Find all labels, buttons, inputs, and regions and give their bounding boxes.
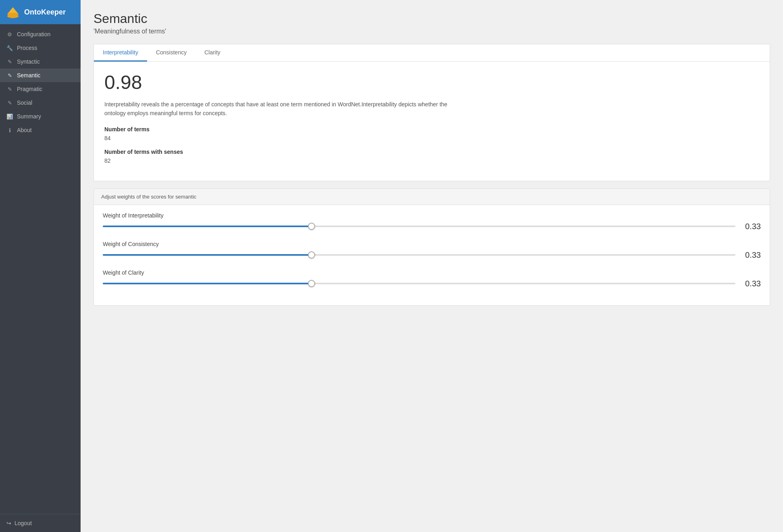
stat-label-0: Number of terms [104,126,759,132]
tab-interpretability[interactable]: Interpretability [94,44,147,62]
weight-item-consistency: Weight of Consistency 0.33 [103,241,761,260]
slider-track-clarity [103,283,735,284]
semantic-icon: ✎ [6,72,13,79]
weight-label-interpretability: Weight of Interpretability [103,212,761,219]
svg-point-2 [7,13,19,16]
sidebar-item-label-summary: Summary [17,113,41,120]
weight-value-consistency: 0.33 [743,250,761,260]
weight-value-interpretability: 0.33 [743,222,761,231]
sidebar-item-configuration[interactable]: ⚙ Configuration [0,27,81,41]
tabs-header: Interpretability Consistency Clarity [94,44,770,62]
weight-label-clarity: Weight of Clarity [103,269,761,276]
social-icon: ✎ [6,99,13,106]
sidebar-item-label-syntactic: Syntactic [17,58,40,65]
score-display: 0.98 [104,71,759,93]
sidebar-item-label-semantic: Semantic [17,72,40,79]
sidebar-item-semantic[interactable]: ✎ Semantic [0,68,81,82]
stat-value-1: 82 [104,157,759,164]
score-description: Interpretability reveals the a percentag… [104,100,467,118]
weight-label-consistency: Weight of Consistency [103,241,761,247]
stat-value-0: 84 [104,135,759,141]
logout-icon: ↪ [6,520,11,526]
slider-interpretability[interactable] [103,222,735,230]
tabs-container: Interpretability Consistency Clarity 0.9… [93,44,770,181]
pragmatic-icon: ✎ [6,86,13,92]
sidebar-item-label-about: About [17,127,32,133]
weight-value-clarity: 0.33 [743,279,761,288]
sidebar-item-process[interactable]: 🔧 Process [0,41,81,55]
logout-button[interactable]: ↪ Logout [6,520,74,526]
weight-item-interpretability: Weight of Interpretability 0.33 [103,212,761,231]
stat-number-of-terms: Number of terms 84 [104,126,759,141]
tab-clarity[interactable]: Clarity [195,44,229,62]
sidebar-header: OntoKeeper [0,0,81,24]
weight-row-consistency: 0.33 [103,250,761,260]
sidebar-item-label-configuration: Configuration [17,31,50,37]
stat-number-of-terms-senses: Number of terms with senses 82 [104,149,759,164]
page-subtitle: 'Meaningfulness of terms' [93,28,770,35]
tab-content-interpretability: 0.98 Interpretability reveals the a perc… [94,62,770,181]
sidebar-item-about[interactable]: ℹ About [0,123,81,137]
sidebar-nav: ⚙ Configuration 🔧 Process ✎ Syntactic ✎ … [0,24,81,514]
slider-track-interpretability [103,226,735,227]
sidebar-footer: ↪ Logout [0,514,81,532]
process-icon: 🔧 [6,45,13,51]
slider-fill-clarity [103,283,312,284]
page-title: Semantic [93,11,770,26]
slider-fill-consistency [103,254,312,256]
slider-clarity[interactable] [103,279,735,288]
app-brand: OntoKeeper [24,8,66,17]
stat-label-1: Number of terms with senses [104,149,759,155]
about-icon: ℹ [6,127,13,133]
slider-consistency[interactable] [103,251,735,259]
summary-icon: 📊 [6,113,13,120]
tab-consistency[interactable]: Consistency [147,44,195,62]
slider-track-consistency [103,254,735,256]
sidebar-item-syntactic[interactable]: ✎ Syntactic [0,55,81,68]
configuration-icon: ⚙ [6,31,13,37]
sidebar-item-label-social: Social [17,99,32,106]
logo-icon [6,5,20,19]
slider-fill-interpretability [103,226,312,227]
sidebar-item-summary[interactable]: 📊 Summary [0,110,81,123]
weight-row-interpretability: 0.33 [103,222,761,231]
weight-item-clarity: Weight of Clarity 0.33 [103,269,761,288]
logout-label: Logout [15,520,32,526]
weights-header: Adjust weights of the scores for semanti… [94,189,770,205]
slider-thumb-interpretability[interactable] [308,223,315,230]
sidebar-item-social[interactable]: ✎ Social [0,96,81,110]
sidebar-item-pragmatic[interactable]: ✎ Pragmatic [0,82,81,96]
sidebar-item-label-pragmatic: Pragmatic [17,86,42,92]
weights-section: Adjust weights of the scores for semanti… [93,188,770,306]
slider-thumb-consistency[interactable] [308,251,315,259]
weights-body: Weight of Interpretability 0.33 Weight o… [94,205,770,305]
slider-thumb-clarity[interactable] [308,280,315,287]
sidebar: OntoKeeper ⚙ Configuration 🔧 Process ✎ S… [0,0,81,532]
weight-row-clarity: 0.33 [103,279,761,288]
main-content: Semantic 'Meaningfulness of terms' Inter… [81,0,783,532]
syntactic-icon: ✎ [6,58,13,65]
sidebar-item-label-process: Process [17,45,37,51]
